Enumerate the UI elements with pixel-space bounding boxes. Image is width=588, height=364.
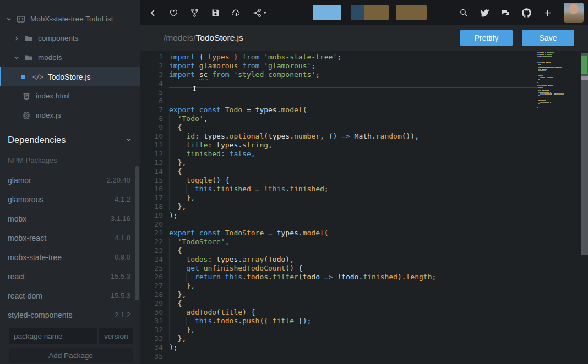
view-mode-preview-button[interactable]	[396, 5, 427, 20]
code-line[interactable]: return this.todos.filter(todo => !todo.f…	[169, 273, 538, 282]
share-menu[interactable]: ▾	[253, 8, 266, 18]
package-row[interactable]: mobx3.1.16	[0, 209, 140, 228]
minimap[interactable]	[537, 52, 578, 110]
line-number: 26	[140, 273, 165, 282]
prettify-button[interactable]: Prettify	[460, 30, 513, 46]
feedback-chat-icon[interactable]	[501, 8, 510, 18]
code-line[interactable]	[169, 97, 538, 106]
folder-models[interactable]: models	[0, 48, 140, 67]
add-package-button[interactable]: Add Package	[9, 348, 133, 363]
code-line[interactable]: );	[169, 211, 538, 220]
code-line[interactable]	[169, 88, 538, 97]
like-heart-icon[interactable]	[169, 8, 178, 18]
code-line[interactable]: import sc from 'styled-components';	[169, 70, 538, 79]
package-row[interactable]: styled-components2.1.2	[0, 305, 140, 324]
back-button[interactable]	[148, 8, 157, 18]
code-line[interactable]	[169, 352, 538, 361]
code-line[interactable]: finished: false,	[169, 150, 538, 158]
package-version: 2.1.2	[115, 311, 130, 319]
folder-components[interactable]: components	[0, 29, 140, 48]
code-line[interactable]: },	[169, 194, 538, 202]
github-icon[interactable]	[522, 8, 531, 18]
chevron-right-icon	[13, 35, 20, 42]
package-row[interactable]: mobx-react4.1.8	[0, 228, 140, 247]
code-line[interactable]: this.todos.push({ title });	[169, 317, 538, 326]
line-number: 28	[140, 290, 165, 299]
file-todostore-js[interactable]: </> TodoStore.js	[0, 67, 140, 86]
code-line[interactable]: },	[169, 282, 538, 290]
editor-scrollbar[interactable]	[581, 53, 588, 255]
package-row[interactable]: glamor2.20.40	[0, 170, 140, 190]
package-row[interactable]: mobx-state-tree0.9.0	[0, 247, 140, 267]
code-line[interactable]: {	[169, 246, 538, 255]
add-icon[interactable]	[543, 8, 552, 18]
code-editor[interactable]: 1234567891011121314151617181920212223242…	[140, 51, 588, 364]
package-version: 15.5.3	[111, 272, 130, 280]
line-number: 1	[140, 53, 165, 62]
code-line[interactable]: export const Todo = types.model(	[169, 106, 538, 114]
code-line[interactable]: export const TodoStore = types.model(	[169, 229, 538, 238]
sidebar-scrollbar[interactable]	[135, 166, 139, 300]
search-icon[interactable]	[459, 8, 469, 18]
fork-icon[interactable]	[190, 8, 199, 18]
add-package-form	[9, 328, 133, 344]
cloud-download-icon[interactable]	[232, 8, 241, 18]
package-row[interactable]: react-dom15.5.3	[0, 286, 140, 305]
navbar-left-actions: ▾	[148, 0, 266, 25]
folder-label: models	[38, 53, 62, 62]
code-line[interactable]: todos: types.array(Todo),	[169, 255, 538, 264]
user-avatar[interactable]	[564, 3, 584, 23]
code-line[interactable]: },	[169, 334, 538, 343]
code-line[interactable]: {	[169, 123, 538, 132]
code-line[interactable]: {	[169, 299, 538, 308]
package-version: 0.9.0	[115, 253, 130, 261]
line-number: 34	[140, 343, 165, 352]
package-list: glamor2.20.40glamorous4.1.2mobx3.1.16mob…	[0, 170, 140, 324]
view-mode-editor-button[interactable]	[313, 5, 341, 20]
code-line[interactable]: title: types.string,	[169, 141, 538, 150]
code-line[interactable]: get unfinishedTodoCount() {	[169, 264, 538, 273]
code-line[interactable]: },	[169, 326, 538, 334]
line-number: 19	[140, 211, 165, 220]
code-line[interactable]: toggle() {	[169, 176, 538, 185]
code-line[interactable]: 'TodoStore',	[169, 238, 538, 246]
package-version: 4.1.2	[115, 195, 130, 203]
save-icon[interactable]	[211, 8, 220, 18]
file-index-js[interactable]: index.js	[0, 106, 140, 125]
code-line[interactable]: this.finished = !this.finished;	[169, 185, 538, 194]
split-left-segment	[351, 5, 364, 20]
file-index-html[interactable]: index.html	[0, 86, 140, 106]
project-root[interactable]: MobX-state-tree TodoList	[0, 9, 140, 29]
code-line[interactable]: );	[169, 343, 538, 352]
code-line[interactable]	[169, 79, 538, 88]
code-line[interactable]	[169, 220, 538, 229]
code-line[interactable]: 'Todo',	[169, 114, 538, 123]
code-line[interactable]: id: types.optional(types.number, () => M…	[169, 132, 538, 141]
code-line[interactable]: },	[169, 202, 538, 211]
package-row[interactable]: react15.5.3	[0, 267, 140, 286]
file-explorer-sidebar: MobX-state-tree TodoList components mode…	[0, 0, 140, 364]
package-version: 3.1.16	[111, 214, 130, 223]
modified-dot-icon	[21, 75, 25, 79]
folder-icon	[24, 34, 33, 43]
dependencies-header[interactable]: Dependencies	[0, 132, 140, 147]
save-button[interactable]: Save	[522, 30, 574, 46]
line-number: 13	[140, 158, 165, 167]
view-mode-split-button[interactable]	[351, 5, 389, 20]
line-number: 16	[140, 185, 165, 194]
line-number: 14	[140, 167, 165, 176]
line-number: 11	[140, 141, 165, 150]
code-line[interactable]: import glamorous from 'glamorous';	[169, 62, 538, 70]
package-row[interactable]: glamorous4.1.2	[0, 190, 140, 209]
code-line[interactable]: },	[169, 158, 538, 167]
twitter-icon[interactable]	[480, 8, 489, 18]
line-number: 22	[140, 238, 165, 246]
package-name-input[interactable]	[9, 328, 97, 344]
code-line[interactable]: {	[169, 167, 538, 176]
code-line[interactable]: addTodo(title) {	[169, 308, 538, 317]
package-version-input[interactable]	[99, 328, 133, 344]
code-line[interactable]: },	[169, 290, 538, 299]
code-line[interactable]: import { types } from 'mobx-state-tree';	[169, 53, 538, 62]
line-number: 2	[140, 62, 165, 70]
package-name: react	[8, 272, 25, 281]
